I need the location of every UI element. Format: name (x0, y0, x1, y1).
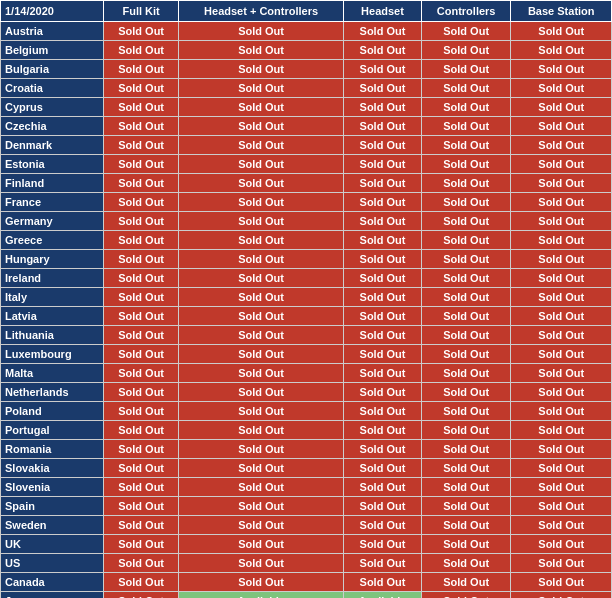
fullkit-cell: Sold Out (104, 212, 179, 231)
country-cell: Ireland (1, 269, 104, 288)
basestation-cell: Sold Out (511, 155, 612, 174)
table-row: IrelandSold OutSold OutSold OutSold OutS… (1, 269, 612, 288)
table-row: CzechiaSold OutSold OutSold OutSold OutS… (1, 117, 612, 136)
headset-cell: Sold Out (344, 478, 422, 497)
country-cell: Luxembourg (1, 345, 104, 364)
controllers-cell: Sold Out (421, 516, 511, 535)
country-cell: Romania (1, 440, 104, 459)
headset-cell: Sold Out (344, 60, 422, 79)
controllers-cell: Sold Out (421, 364, 511, 383)
headset-cell: Sold Out (344, 212, 422, 231)
table-row: LatviaSold OutSold OutSold OutSold OutSo… (1, 307, 612, 326)
fullkit-cell: Sold Out (104, 497, 179, 516)
table-row: NetherlandsSold OutSold OutSold OutSold … (1, 383, 612, 402)
controllers-cell: Sold Out (421, 554, 511, 573)
headset-controllers-cell: Sold Out (179, 345, 344, 364)
controllers-cell: Sold Out (421, 155, 511, 174)
fullkit-cell: Sold Out (104, 440, 179, 459)
headset-cell: Sold Out (344, 326, 422, 345)
fullkit-header: Full Kit (104, 1, 179, 22)
country-cell: Czechia (1, 117, 104, 136)
country-cell: Slovakia (1, 459, 104, 478)
headset-cell: Sold Out (344, 250, 422, 269)
headset-controllers-cell: Sold Out (179, 117, 344, 136)
table-row: PolandSold OutSold OutSold OutSold OutSo… (1, 402, 612, 421)
table-row: SwedenSold OutSold OutSold OutSold OutSo… (1, 516, 612, 535)
basestation-cell: Sold Out (511, 231, 612, 250)
controllers-cell: Sold Out (421, 98, 511, 117)
fullkit-cell: Sold Out (104, 326, 179, 345)
basestation-cell: Sold Out (511, 364, 612, 383)
country-cell: Malta (1, 364, 104, 383)
headset-controllers-cell: Available (179, 592, 344, 599)
country-cell: Spain (1, 497, 104, 516)
fullkit-cell: Sold Out (104, 364, 179, 383)
headset-controllers-cell: Sold Out (179, 573, 344, 592)
country-cell: Netherlands (1, 383, 104, 402)
basestation-cell: Sold Out (511, 41, 612, 60)
controllers-cell: Sold Out (421, 535, 511, 554)
fullkit-cell: Sold Out (104, 402, 179, 421)
headset-controllers-cell: Sold Out (179, 497, 344, 516)
basestation-cell: Sold Out (511, 250, 612, 269)
fullkit-cell: Sold Out (104, 174, 179, 193)
country-cell: Austria (1, 22, 104, 41)
country-cell: Sweden (1, 516, 104, 535)
controllers-cell: Sold Out (421, 117, 511, 136)
controllers-cell: Sold Out (421, 193, 511, 212)
fullkit-cell: Sold Out (104, 459, 179, 478)
basestation-cell: Sold Out (511, 345, 612, 364)
basestation-cell: Sold Out (511, 269, 612, 288)
controllers-cell: Sold Out (421, 250, 511, 269)
headset-controllers-cell: Sold Out (179, 22, 344, 41)
controllers-header: Controllers (421, 1, 511, 22)
fullkit-cell: Sold Out (104, 421, 179, 440)
country-cell: Latvia (1, 307, 104, 326)
controllers-cell: Sold Out (421, 345, 511, 364)
headset-cell: Sold Out (344, 421, 422, 440)
headset-controllers-cell: Sold Out (179, 98, 344, 117)
basestation-header: Base Station (511, 1, 612, 22)
headset-cell: Sold Out (344, 136, 422, 155)
table-row: SloveniaSold OutSold OutSold OutSold Out… (1, 478, 612, 497)
headset-cell: Sold Out (344, 193, 422, 212)
headset-controllers-cell: Sold Out (179, 383, 344, 402)
headset-controllers-cell: Sold Out (179, 459, 344, 478)
basestation-cell: Sold Out (511, 98, 612, 117)
controllers-cell: Sold Out (421, 41, 511, 60)
table-row: RomaniaSold OutSold OutSold OutSold OutS… (1, 440, 612, 459)
fullkit-cell: Sold Out (104, 478, 179, 497)
fullkit-cell: Sold Out (104, 288, 179, 307)
controllers-cell: Sold Out (421, 383, 511, 402)
fullkit-cell: Sold Out (104, 155, 179, 174)
fullkit-cell: Sold Out (104, 383, 179, 402)
table-row: MaltaSold OutSold OutSold OutSold OutSol… (1, 364, 612, 383)
controllers-cell: Sold Out (421, 402, 511, 421)
basestation-cell: Sold Out (511, 554, 612, 573)
table-row: CroatiaSold OutSold OutSold OutSold OutS… (1, 79, 612, 98)
headset-cell: Sold Out (344, 269, 422, 288)
basestation-cell: Sold Out (511, 440, 612, 459)
basestation-cell: Sold Out (511, 383, 612, 402)
table-row: GermanySold OutSold OutSold OutSold OutS… (1, 212, 612, 231)
controllers-cell: Sold Out (421, 60, 511, 79)
controllers-cell: Sold Out (421, 231, 511, 250)
basestation-cell: Sold Out (511, 497, 612, 516)
headset-cell: Sold Out (344, 345, 422, 364)
headset-cell: Sold Out (344, 440, 422, 459)
country-cell: Germany (1, 212, 104, 231)
table-row: SlovakiaSold OutSold OutSold OutSold Out… (1, 459, 612, 478)
controllers-cell: Sold Out (421, 212, 511, 231)
table-row: HungarySold OutSold OutSold OutSold OutS… (1, 250, 612, 269)
basestation-cell: Sold Out (511, 212, 612, 231)
table-row: GreeceSold OutSold OutSold OutSold OutSo… (1, 231, 612, 250)
headset-controllers-cell: Sold Out (179, 307, 344, 326)
headset-controllers-cell: Sold Out (179, 79, 344, 98)
country-cell: Cyprus (1, 98, 104, 117)
headset-cell: Sold Out (344, 117, 422, 136)
headset-controllers-cell: Sold Out (179, 269, 344, 288)
table-row: DenmarkSold OutSold OutSold OutSold OutS… (1, 136, 612, 155)
basestation-cell: Sold Out (511, 516, 612, 535)
controllers-cell: Sold Out (421, 459, 511, 478)
availability-table: 1/14/2020 Full Kit Headset + Controllers… (0, 0, 612, 598)
